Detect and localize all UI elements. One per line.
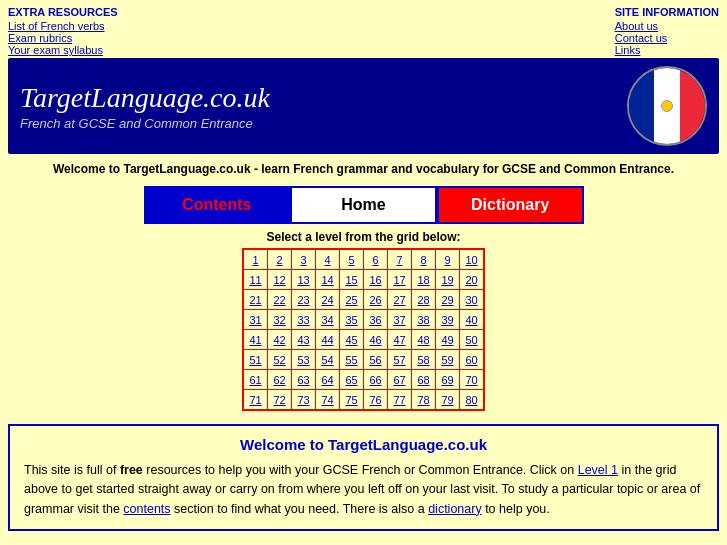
- level-link[interactable]: 77: [393, 394, 405, 406]
- level-link[interactable]: 40: [465, 314, 477, 326]
- level-link[interactable]: 47: [393, 334, 405, 346]
- level-link[interactable]: 43: [297, 334, 309, 346]
- level-link[interactable]: 38: [417, 314, 429, 326]
- level-link[interactable]: 63: [297, 374, 309, 386]
- tab-home[interactable]: Home: [290, 186, 437, 224]
- level-link[interactable]: 14: [321, 274, 333, 286]
- level-link[interactable]: 73: [297, 394, 309, 406]
- level-link[interactable]: 22: [273, 294, 285, 306]
- level-link[interactable]: 33: [297, 314, 309, 326]
- level-link[interactable]: 4: [324, 254, 330, 266]
- level-link[interactable]: 80: [465, 394, 477, 406]
- level-link[interactable]: 23: [297, 294, 309, 306]
- level-link[interactable]: 57: [393, 354, 405, 366]
- level-link[interactable]: 58: [417, 354, 429, 366]
- grid-cell: 3: [292, 250, 316, 270]
- grid-cell: 16: [364, 270, 388, 290]
- level-link[interactable]: 46: [369, 334, 381, 346]
- level-link[interactable]: 34: [321, 314, 333, 326]
- level-link[interactable]: 13: [297, 274, 309, 286]
- link-exam-rubrics[interactable]: Exam rubrics: [8, 32, 118, 44]
- level-link[interactable]: 64: [321, 374, 333, 386]
- level-link[interactable]: 17: [393, 274, 405, 286]
- level-link[interactable]: 67: [393, 374, 405, 386]
- level-link[interactable]: 2: [276, 254, 282, 266]
- level-link[interactable]: 29: [441, 294, 453, 306]
- level-link[interactable]: 50: [465, 334, 477, 346]
- level-link[interactable]: 1: [252, 254, 258, 266]
- level-link[interactable]: 26: [369, 294, 381, 306]
- grid-cell: 32: [268, 310, 292, 330]
- level-link[interactable]: 69: [441, 374, 453, 386]
- level-link[interactable]: 78: [417, 394, 429, 406]
- site-links: About us Contact us Links: [615, 20, 719, 56]
- level-link[interactable]: 79: [441, 394, 453, 406]
- level-link[interactable]: 44: [321, 334, 333, 346]
- level-link[interactable]: 41: [249, 334, 261, 346]
- grid-cell: 39: [436, 310, 460, 330]
- level-link[interactable]: 51: [249, 354, 261, 366]
- level-link[interactable]: 48: [417, 334, 429, 346]
- level-link[interactable]: 32: [273, 314, 285, 326]
- link-dictionary[interactable]: dictionary: [428, 502, 482, 516]
- level-link[interactable]: 28: [417, 294, 429, 306]
- level-link[interactable]: 16: [369, 274, 381, 286]
- level-link[interactable]: 20: [465, 274, 477, 286]
- link-level1[interactable]: Level 1: [578, 463, 618, 477]
- link-about-us[interactable]: About us: [615, 20, 719, 32]
- level-link[interactable]: 37: [393, 314, 405, 326]
- level-link[interactable]: 25: [345, 294, 357, 306]
- level-link[interactable]: 60: [465, 354, 477, 366]
- level-link[interactable]: 68: [417, 374, 429, 386]
- level-link[interactable]: 75: [345, 394, 357, 406]
- level-link[interactable]: 35: [345, 314, 357, 326]
- level-link[interactable]: 9: [444, 254, 450, 266]
- level-link[interactable]: 66: [369, 374, 381, 386]
- level-link[interactable]: 56: [369, 354, 381, 366]
- level-link[interactable]: 54: [321, 354, 333, 366]
- level-link[interactable]: 62: [273, 374, 285, 386]
- level-link[interactable]: 76: [369, 394, 381, 406]
- level-link[interactable]: 10: [465, 254, 477, 266]
- extra-links: List of French verbs Exam rubrics Your e…: [8, 20, 118, 56]
- level-link[interactable]: 27: [393, 294, 405, 306]
- level-link[interactable]: 65: [345, 374, 357, 386]
- link-exam-syllabus[interactable]: Your exam syllabus: [8, 44, 118, 56]
- level-link[interactable]: 42: [273, 334, 285, 346]
- link-links[interactable]: Links: [615, 44, 719, 56]
- link-contents[interactable]: contents: [123, 502, 170, 516]
- level-link[interactable]: 24: [321, 294, 333, 306]
- level-link[interactable]: 59: [441, 354, 453, 366]
- level-link[interactable]: 12: [273, 274, 285, 286]
- level-link[interactable]: 15: [345, 274, 357, 286]
- level-link[interactable]: 49: [441, 334, 453, 346]
- level-link[interactable]: 19: [441, 274, 453, 286]
- level-link[interactable]: 6: [372, 254, 378, 266]
- tab-dictionary[interactable]: Dictionary: [437, 186, 584, 224]
- level-link[interactable]: 18: [417, 274, 429, 286]
- tab-contents[interactable]: Contents: [144, 186, 291, 224]
- level-link[interactable]: 36: [369, 314, 381, 326]
- level-link[interactable]: 72: [273, 394, 285, 406]
- level-link[interactable]: 61: [249, 374, 261, 386]
- level-link[interactable]: 5: [348, 254, 354, 266]
- level-link[interactable]: 70: [465, 374, 477, 386]
- level-link[interactable]: 53: [297, 354, 309, 366]
- level-link[interactable]: 11: [249, 274, 261, 286]
- link-french-verbs[interactable]: List of French verbs: [8, 20, 118, 32]
- level-link[interactable]: 55: [345, 354, 357, 366]
- level-link[interactable]: 31: [249, 314, 261, 326]
- grid-cell: 30: [460, 290, 484, 310]
- level-link[interactable]: 3: [300, 254, 306, 266]
- level-link[interactable]: 52: [273, 354, 285, 366]
- level-link[interactable]: 7: [396, 254, 402, 266]
- link-contact-us[interactable]: Contact us: [615, 32, 719, 44]
- level-link[interactable]: 30: [465, 294, 477, 306]
- grid-cell: 61: [244, 370, 268, 390]
- level-link[interactable]: 71: [249, 394, 261, 406]
- level-link[interactable]: 45: [345, 334, 357, 346]
- level-link[interactable]: 8: [420, 254, 426, 266]
- level-link[interactable]: 39: [441, 314, 453, 326]
- level-link[interactable]: 74: [321, 394, 333, 406]
- level-link[interactable]: 21: [249, 294, 261, 306]
